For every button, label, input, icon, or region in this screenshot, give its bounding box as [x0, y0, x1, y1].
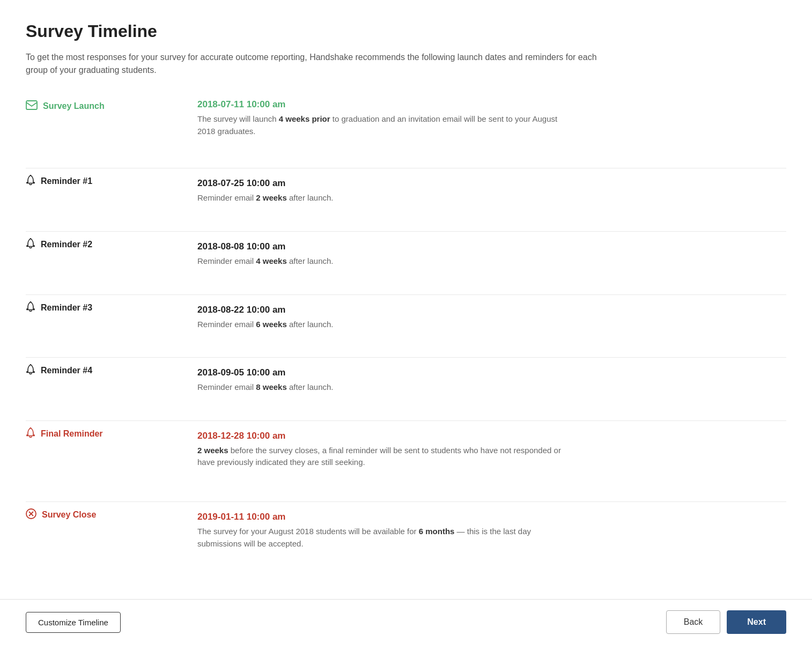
label-cell-survey-close: Survey Close [26, 502, 165, 583]
label-reminder-1: Reminder #1 [26, 175, 157, 188]
date-reminder-1: 2018-07-25 10:00 am [197, 178, 778, 189]
label-reminder-4: Reminder #4 [26, 364, 157, 377]
desc-survey-launch: The survey will launch 4 weeks prior to … [197, 113, 562, 137]
label-cell-reminder-4: Reminder #4 [26, 358, 165, 421]
desc-final-reminder: 2 weeks before the survey closes, a fina… [197, 445, 562, 469]
timeline-row-reminder-3: Reminder #32018-08-22 10:00 amReminder e… [26, 294, 786, 358]
next-button[interactable]: Next [727, 610, 786, 634]
page-title: Survey Timeline [26, 21, 786, 41]
date-final-reminder: 2018-12-28 10:00 am [197, 431, 778, 441]
timeline-row-reminder-1: Reminder #12018-07-25 10:00 amReminder e… [26, 168, 786, 232]
circle-x-icon-survey-close [26, 508, 36, 521]
date-survey-close: 2019-01-11 10:00 am [197, 512, 778, 522]
content-cell-reminder-3: 2018-08-22 10:00 amReminder email 6 week… [165, 294, 786, 358]
timeline-row-survey-close: Survey Close2019-01-11 10:00 amThe surve… [26, 502, 786, 583]
label-cell-reminder-1: Reminder #1 [26, 168, 165, 232]
date-survey-launch: 2018-07-11 10:00 am [197, 99, 778, 110]
label-text-reminder-2: Reminder #2 [41, 240, 92, 249]
desc-reminder-2: Reminder email 4 weeks after launch. [197, 255, 562, 268]
label-text-reminder-1: Reminder #1 [41, 176, 92, 186]
label-text-final-reminder: Final Reminder [41, 429, 103, 439]
label-text-reminder-4: Reminder #4 [41, 366, 92, 375]
content-cell-survey-launch: 2018-07-11 10:00 amThe survey will launc… [165, 94, 786, 168]
desc-reminder-4: Reminder email 8 weeks after launch. [197, 381, 562, 394]
svg-rect-0 [26, 101, 37, 109]
bell-icon-reminder-3 [26, 301, 35, 314]
timeline-row-final-reminder: Final Reminder2018-12-28 10:00 am2 weeks… [26, 420, 786, 502]
date-reminder-3: 2018-08-22 10:00 am [197, 305, 778, 315]
date-reminder-4: 2018-09-05 10:00 am [197, 367, 778, 378]
bell-icon-reminder-2 [26, 238, 35, 251]
label-cell-reminder-2: Reminder #2 [26, 231, 165, 294]
label-survey-close: Survey Close [26, 508, 157, 521]
label-final-reminder: Final Reminder [26, 427, 157, 440]
timeline-row-survey-launch: Survey Launch2018-07-11 10:00 amThe surv… [26, 94, 786, 168]
content-cell-survey-close: 2019-01-11 10:00 amThe survey for your A… [165, 502, 786, 583]
content-cell-reminder-2: 2018-08-08 10:00 amReminder email 4 week… [165, 231, 786, 294]
label-cell-reminder-3: Reminder #3 [26, 294, 165, 358]
bell-icon-final-reminder [26, 427, 35, 440]
footer-right-buttons: Back Next [666, 610, 786, 634]
label-cell-survey-launch: Survey Launch [26, 94, 165, 168]
footer: Customize Timeline Back Next [0, 599, 812, 650]
bell-icon-reminder-1 [26, 175, 35, 188]
timeline-row-reminder-4: Reminder #42018-09-05 10:00 amReminder e… [26, 358, 786, 421]
desc-reminder-3: Reminder email 6 weeks after launch. [197, 319, 562, 331]
label-survey-launch: Survey Launch [26, 100, 157, 112]
label-text-survey-launch: Survey Launch [43, 101, 105, 111]
content-cell-reminder-4: 2018-09-05 10:00 amReminder email 8 week… [165, 358, 786, 421]
timeline-table: Survey Launch2018-07-11 10:00 amThe surv… [26, 94, 786, 583]
envelope-icon-survey-launch [26, 100, 38, 112]
intro-text: To get the most responses for your surve… [26, 51, 616, 77]
date-reminder-2: 2018-08-08 10:00 am [197, 241, 778, 252]
label-reminder-3: Reminder #3 [26, 301, 157, 314]
desc-reminder-1: Reminder email 2 weeks after launch. [197, 192, 562, 204]
timeline-row-reminder-2: Reminder #22018-08-08 10:00 amReminder e… [26, 231, 786, 294]
label-text-survey-close: Survey Close [42, 510, 96, 520]
back-button[interactable]: Back [666, 610, 721, 634]
desc-survey-close: The survey for your August 2018 students… [197, 526, 562, 550]
label-cell-final-reminder: Final Reminder [26, 420, 165, 502]
label-reminder-2: Reminder #2 [26, 238, 157, 251]
customize-timeline-button[interactable]: Customize Timeline [26, 612, 121, 633]
content-cell-final-reminder: 2018-12-28 10:00 am2 weeks before the su… [165, 420, 786, 502]
bell-icon-reminder-4 [26, 364, 35, 377]
content-cell-reminder-1: 2018-07-25 10:00 amReminder email 2 week… [165, 168, 786, 232]
label-text-reminder-3: Reminder #3 [41, 303, 92, 313]
